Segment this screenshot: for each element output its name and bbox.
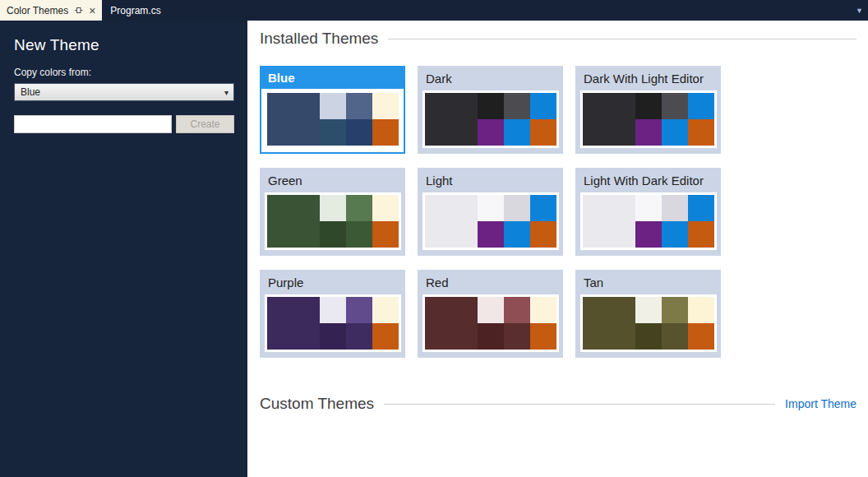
theme-card-light[interactable]: Light — [418, 168, 563, 256]
app-window: Color Themes × Program.cs ▼ New Theme Co… — [0, 0, 868, 477]
theme-color-swatch-large — [267, 297, 320, 350]
theme-color-swatch — [635, 119, 662, 146]
theme-color-swatch-large — [583, 93, 635, 146]
theme-color-swatch — [346, 119, 372, 146]
import-theme-link[interactable]: Import Theme — [785, 397, 856, 410]
theme-card-dark-with-light-editor[interactable]: Dark With Light Editor — [575, 66, 721, 154]
theme-card-red[interactable]: Red — [418, 270, 563, 358]
tab-label: Program.cs — [110, 5, 160, 16]
theme-color-swatch-grid — [478, 195, 556, 248]
theme-palette — [265, 192, 401, 250]
theme-card-green[interactable]: Green — [260, 168, 405, 256]
theme-palette — [422, 294, 559, 352]
window-content: New Theme Copy colors from: Blue ▾ Creat… — [0, 21, 868, 477]
theme-color-swatch — [478, 119, 504, 146]
theme-color-swatch — [688, 119, 714, 146]
theme-color-swatch — [635, 93, 662, 119]
theme-color-swatch — [662, 195, 688, 221]
theme-color-swatch — [320, 323, 346, 350]
theme-color-swatch — [662, 297, 688, 323]
theme-color-swatch — [478, 221, 504, 248]
theme-color-swatch — [346, 221, 372, 248]
theme-palette — [580, 192, 717, 250]
chevron-down-icon: ▾ — [224, 88, 229, 97]
theme-color-swatch-grid — [320, 195, 399, 248]
theme-palette — [422, 192, 559, 250]
theme-card-dark[interactable]: Dark — [418, 66, 563, 154]
theme-color-swatch-grid — [635, 93, 714, 146]
heading-rule — [388, 39, 856, 39]
theme-palette — [580, 90, 717, 148]
installed-themes-heading-label: Installed Themes — [260, 30, 378, 48]
theme-color-swatch-grid — [478, 93, 556, 146]
theme-color-swatch — [346, 195, 372, 221]
theme-color-swatch — [662, 323, 688, 350]
heading-rule — [384, 404, 775, 405]
tab-program-cs[interactable]: Program.cs — [102, 0, 169, 21]
theme-color-swatch — [662, 93, 688, 119]
theme-color-swatch — [504, 323, 530, 350]
theme-color-swatch — [346, 93, 372, 119]
theme-color-swatch — [504, 221, 530, 248]
theme-color-swatch — [635, 323, 662, 350]
theme-card-title: Red — [418, 270, 563, 294]
theme-color-swatch — [662, 221, 688, 248]
theme-color-swatch-grid — [635, 195, 714, 248]
theme-color-swatch — [372, 119, 399, 146]
theme-manager-main: Installed Themes Blue Dark — [247, 21, 868, 477]
panel-title: New Theme — [14, 36, 234, 54]
theme-card-title: Light With Dark Editor — [575, 168, 721, 192]
new-theme-panel: New Theme Copy colors from: Blue ▾ Creat… — [0, 21, 247, 477]
copy-from-combobox[interactable]: Blue ▾ — [14, 83, 234, 101]
theme-card-tan[interactable]: Tan — [575, 270, 721, 358]
theme-color-swatch — [530, 221, 556, 248]
theme-card-title: Tan — [575, 270, 721, 294]
close-icon[interactable]: × — [89, 5, 95, 16]
theme-card-blue[interactable]: Blue — [260, 66, 405, 154]
theme-color-swatch-large — [425, 297, 478, 350]
theme-color-swatch — [346, 297, 372, 323]
theme-color-swatch — [688, 323, 714, 350]
theme-color-swatch-large — [267, 93, 320, 146]
theme-color-swatch — [688, 221, 714, 248]
theme-color-swatch-large — [425, 195, 478, 248]
theme-card-title: Blue — [261, 67, 404, 89]
theme-color-swatch — [320, 297, 346, 323]
theme-color-swatch-grid — [320, 297, 399, 350]
theme-color-swatch — [372, 297, 399, 323]
theme-color-swatch-large — [583, 195, 635, 248]
theme-card-title: Green — [260, 168, 405, 192]
theme-color-swatch-grid — [320, 93, 399, 146]
theme-color-swatch — [346, 323, 372, 350]
theme-card-title: Light — [418, 168, 563, 192]
theme-color-swatch — [530, 323, 556, 350]
tab-list-dropdown-icon[interactable]: ▼ — [856, 7, 868, 15]
theme-color-swatch — [478, 323, 504, 350]
theme-color-swatch — [478, 93, 504, 119]
theme-name-input[interactable] — [14, 115, 172, 133]
tab-color-themes[interactable]: Color Themes × — [0, 0, 102, 21]
theme-color-swatch — [372, 195, 399, 221]
combobox-value: Blue — [21, 86, 40, 98]
theme-palette — [422, 90, 559, 148]
theme-card-title: Dark — [418, 66, 563, 90]
theme-color-swatch-grid — [478, 297, 556, 350]
theme-color-swatch — [504, 297, 530, 323]
theme-color-swatch — [504, 93, 530, 119]
theme-color-swatch — [688, 93, 714, 119]
theme-color-swatch — [478, 297, 504, 323]
theme-color-swatch — [320, 119, 346, 146]
theme-color-swatch — [372, 323, 399, 350]
theme-color-swatch — [320, 93, 346, 119]
document-tab-bar: Color Themes × Program.cs ▼ — [0, 0, 868, 21]
installed-themes-heading: Installed Themes — [260, 29, 856, 49]
create-button[interactable]: Create — [176, 115, 234, 133]
theme-card-light-with-dark-editor[interactable]: Light With Dark Editor — [575, 168, 721, 256]
theme-palette — [265, 90, 401, 148]
pin-icon[interactable] — [74, 6, 83, 15]
theme-color-swatch — [635, 221, 662, 248]
theme-color-swatch — [635, 297, 662, 323]
theme-card-purple[interactable]: Purple — [260, 270, 405, 358]
theme-color-swatch-large — [583, 297, 635, 350]
theme-color-swatch — [372, 93, 399, 119]
